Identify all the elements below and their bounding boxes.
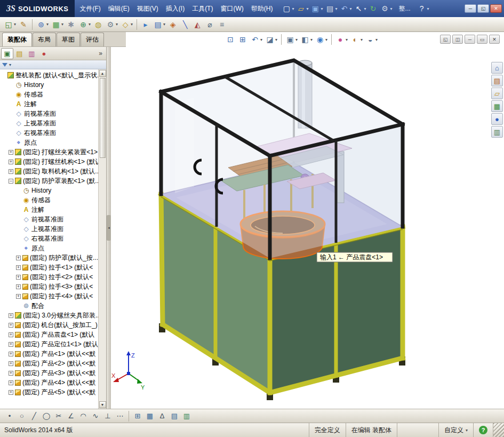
hide-show-items-button[interactable]: ◉▾ (314, 34, 329, 45)
dropdown-arrow-icon[interactable]: ▾ (325, 37, 327, 42)
tree-scrollbar[interactable]: ▲ ▼ (98, 69, 106, 409)
linear-component-pattern-button[interactable]: ▦▾ (50, 18, 65, 31)
dropdown-arrow-icon[interactable]: ▾ (310, 37, 313, 42)
task-pane-design-library-tab[interactable]: ▤ (491, 75, 503, 86)
dropdown-arrow-icon[interactable]: ▾ (335, 6, 338, 11)
dropdown-arrow-icon[interactable]: ▾ (292, 6, 294, 11)
expand-icon[interactable]: + (9, 352, 13, 356)
status-custom[interactable]: 自定义 ▾ (438, 423, 473, 437)
dropdown-arrow-icon[interactable]: ▾ (427, 6, 429, 11)
tree-item[interactable]: +(固定) 3.0分螺丝夹具部装... (0, 311, 98, 320)
dropdown-arrow-icon[interactable]: ▾ (364, 6, 366, 11)
options-button[interactable]: ⚙▾ (379, 2, 394, 15)
tree-item[interactable]: A注解 (0, 99, 98, 109)
tree-item[interactable]: ◇上视基准面 (0, 224, 98, 234)
tree-item[interactable]: ◇前视基准面 (0, 109, 98, 118)
tree-item[interactable]: +(固定) 拉手<2> (默认< (0, 272, 98, 282)
dropdown-arrow-icon[interactable]: ▾ (260, 37, 262, 42)
dropdown-arrow-icon[interactable]: ▾ (306, 6, 308, 11)
scroll-down-button[interactable]: ▼ (99, 401, 106, 408)
dropdown-arrow-icon[interactable]: ▾ (89, 22, 91, 27)
sheet-properties-button[interactable]: ▥ (181, 410, 193, 423)
graphics-viewport[interactable]: 输入1 ← 产品震盘<1> Z X Y ⌂▤▱▦●▥ (111, 47, 504, 409)
dropdown-arrow-icon[interactable]: ▾ (295, 37, 298, 42)
quick-tips-icon[interactable]: ? (479, 426, 487, 434)
interference-detection-button[interactable]: ◭ (191, 18, 203, 31)
tree-item[interactable]: +(固定) 产品<1> (默认<<默 (0, 349, 98, 359)
doc-close-button[interactable]: ✕ (489, 35, 500, 44)
collapse-icon[interactable]: − (9, 179, 13, 184)
minimize-button[interactable]: ─ (465, 4, 476, 13)
dropdown-arrow-icon[interactable]: ▾ (131, 22, 133, 27)
tree-item[interactable]: ◇前视基准面 (0, 214, 98, 224)
expand-icon[interactable]: + (16, 284, 21, 289)
sketch-spline-tool[interactable]: ∿ (90, 410, 101, 423)
task-pane-view-palette-tab[interactable]: ▦ (491, 100, 503, 112)
featuremanager-tab[interactable]: ▣ (1, 48, 13, 59)
menu-item[interactable]: 文件(F) (76, 3, 104, 15)
dropdown-arrow-icon[interactable]: ▾ (361, 37, 363, 42)
tree-item[interactable]: A注解 (0, 205, 98, 214)
dropdown-arrow-icon[interactable]: ▾ (163, 22, 165, 27)
angle-snap-button[interactable]: ∆ (156, 410, 168, 423)
move-component-button[interactable]: ⊕▾ (77, 18, 92, 31)
expand-icon[interactable]: + (16, 265, 21, 270)
status-custom-dropdown-icon[interactable]: ▾ (466, 428, 468, 433)
show-hidden-components-button[interactable]: ◍ (92, 18, 104, 31)
new-document-button[interactable]: ▢▾ (281, 2, 295, 15)
tree-item[interactable]: +(固定) 产品<4> (默认<<默 (0, 378, 98, 387)
task-pane-custom-properties-tab[interactable]: ▥ (491, 126, 503, 138)
dropdown-arrow-icon[interactable]: ▾ (46, 22, 49, 27)
displaymanager-tab[interactable]: ● (38, 48, 50, 59)
menu-item[interactable]: 视图(V) (133, 3, 162, 15)
resize-grip[interactable] (493, 423, 504, 437)
tree-item[interactable]: +(固定) 打螺丝机构<1> (默认 (0, 157, 98, 166)
expand-icon[interactable]: + (16, 256, 21, 260)
tree-item[interactable]: 整机装配 (默认<默认_显示状... (0, 70, 98, 80)
tree-item[interactable]: +(固定) 防护罩(默认_按... (0, 253, 98, 263)
open-button[interactable]: ▱▾ (295, 2, 309, 15)
tree-item[interactable]: ◷History (0, 186, 98, 195)
panel-overflow-button[interactable]: » (96, 50, 105, 57)
tree-item[interactable]: +(固定) 产品<3> (默认<<默 (0, 368, 98, 378)
sketch-angle-tool[interactable]: ∠ (65, 410, 77, 423)
menu-item[interactable]: 插入(I) (162, 3, 188, 15)
sketch-trim-tool[interactable]: ✂ (53, 410, 65, 423)
zoom-to-fit-button[interactable]: ⊡ (225, 34, 236, 45)
menu-item[interactable]: 编辑(E) (105, 3, 133, 15)
doc-pin-button[interactable]: ◱ (440, 35, 451, 44)
dropdown-arrow-icon[interactable]: ▾ (14, 22, 16, 27)
edit-component-button[interactable]: ✎ (18, 18, 29, 31)
tree-item[interactable]: +(固定) 产品<5> (默认<<默 (0, 387, 98, 397)
expand-icon[interactable]: + (16, 275, 21, 280)
panel-splitter[interactable]: ◂ (107, 47, 111, 409)
doc-restore-button[interactable]: ▭ (477, 35, 487, 44)
tree-item[interactable]: +(固定) 拉手<1> (默认< (0, 263, 98, 272)
filter-dropdown-icon[interactable]: ▾ (9, 62, 11, 67)
expand-icon[interactable]: + (9, 390, 13, 395)
tree-item[interactable]: ⌖原点 (0, 243, 98, 253)
tree-item[interactable]: +(固定) 机台(默认_按加工_) (0, 320, 98, 330)
save-button[interactable]: ▣▾ (309, 2, 324, 15)
sketch-line-tool[interactable]: ╱ (28, 410, 40, 423)
task-pane-appearances-tab[interactable]: ● (491, 113, 503, 125)
tree-item[interactable]: ⊚配合 (0, 301, 98, 311)
sketch-arc-tool[interactable]: ◠ (77, 410, 89, 423)
tree-item[interactable]: ◇右视基准面 (0, 128, 98, 138)
menu-item[interactable]: 工具(T) (188, 3, 217, 15)
task-pane-resources-tab[interactable]: ⌂ (491, 62, 503, 74)
tree-item[interactable]: ◉传感器 (0, 90, 98, 99)
doc-tile-button[interactable]: ◫ (452, 35, 463, 44)
tree-item[interactable]: ◉传感器 (0, 195, 98, 205)
bill-of-materials-button[interactable]: ▤▾ (152, 18, 166, 31)
display-style-button[interactable]: ◧▾ (299, 34, 314, 45)
command-tab[interactable]: 草图 (57, 33, 80, 46)
tree-item[interactable]: ◷History (0, 80, 98, 90)
section-view-button[interactable]: ◪▾ (264, 34, 278, 45)
expand-icon[interactable]: + (9, 342, 13, 347)
dropdown-arrow-icon[interactable]: ▾ (390, 6, 393, 11)
exploded-view-button[interactable]: ◈ (167, 18, 179, 31)
print-button[interactable]: ▤▾ (324, 2, 339, 15)
panel-collapse-handle[interactable]: ◂ (107, 215, 111, 241)
dropdown-arrow-icon[interactable]: ▾ (346, 37, 348, 42)
